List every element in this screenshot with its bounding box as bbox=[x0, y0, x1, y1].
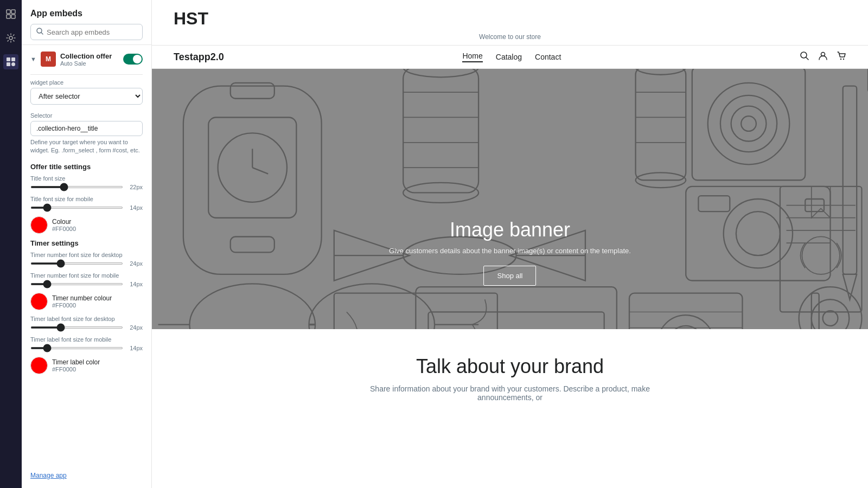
collapse-icon[interactable]: ▼ bbox=[30, 56, 36, 62]
title-mobile-value: 14px bbox=[127, 204, 143, 211]
timer-label-mobile-slider[interactable] bbox=[30, 347, 123, 349]
gear-nav-icon[interactable] bbox=[3, 30, 18, 46]
sidebar: App embeds ▼ M Collection offer Auto Sal… bbox=[22, 0, 152, 488]
timer-label-mobile-value: 14px bbox=[127, 345, 143, 351]
timer-mobile-slider[interactable] bbox=[30, 283, 123, 285]
svg-line-10 bbox=[41, 33, 43, 34]
title-font-size-slider[interactable] bbox=[30, 186, 123, 188]
left-nav bbox=[0, 0, 22, 488]
store-top-bar: Welcome to our store bbox=[152, 29, 868, 46]
sidebar-title: App embeds bbox=[30, 9, 143, 18]
colour-swatch[interactable] bbox=[30, 216, 48, 234]
search-box bbox=[30, 24, 143, 40]
main-preview: HST Welcome to our store Testapp2.0 Home… bbox=[152, 0, 868, 488]
svg-rect-7 bbox=[7, 62, 10, 66]
title-mobile-row: 14px bbox=[30, 204, 143, 211]
timer-mobile-value: 14px bbox=[127, 281, 143, 287]
embed-item-left: ▼ M Collection offer Auto Sale bbox=[30, 52, 112, 67]
sidebar-header: App embeds bbox=[22, 0, 151, 45]
timer-desktop-label: Timer number font size for desktop bbox=[30, 252, 143, 258]
shop-all-button[interactable]: Shop all bbox=[484, 266, 537, 286]
timer-label-desktop-value: 24px bbox=[127, 324, 143, 331]
hero-subtitle: Give customers details about the banner … bbox=[389, 247, 631, 255]
hero-banner: Image banner Give customers details abou… bbox=[152, 69, 868, 329]
search-icon bbox=[36, 28, 43, 36]
search-input[interactable] bbox=[47, 28, 137, 36]
timer-colour-swatch[interactable] bbox=[30, 293, 48, 310]
title-font-size-row: 22px bbox=[30, 184, 143, 190]
svg-rect-3 bbox=[11, 15, 15, 18]
timer-label-colour-swatch[interactable] bbox=[30, 357, 48, 374]
timer-label-colour-hex: #FF0000 bbox=[52, 366, 100, 373]
colour-info: Colour #FF0000 bbox=[52, 218, 76, 232]
selector-helper: Define your target where you want to wid… bbox=[30, 138, 143, 155]
store-nav: Testapp2.0 Home Catalog Contact bbox=[152, 46, 868, 69]
widget-place-label: widget place bbox=[30, 79, 143, 86]
svg-rect-5 bbox=[7, 57, 10, 61]
hero-illustration bbox=[152, 69, 868, 329]
embed-app-icon: M bbox=[41, 52, 56, 67]
store-account-icon[interactable] bbox=[818, 51, 828, 63]
store-nav-icons bbox=[800, 51, 846, 63]
store-nav-links: Home Catalog Contact bbox=[462, 52, 561, 62]
nav-contact[interactable]: Contact bbox=[535, 53, 561, 61]
embed-item: ▼ M Collection offer Auto Sale bbox=[30, 52, 143, 67]
title-mobile-label: Title font size for mobile bbox=[30, 196, 143, 202]
timer-label-colour-row: Timer label color #FF0000 bbox=[30, 357, 143, 374]
embed-subtitle: Auto Sale bbox=[60, 60, 112, 67]
svg-point-4 bbox=[9, 36, 12, 40]
timer-label-mobile-label: Timer label font size for mobile bbox=[30, 336, 143, 343]
grid-nav-icon[interactable] bbox=[3, 7, 18, 22]
apps-nav-icon[interactable] bbox=[3, 54, 18, 69]
svg-line-12 bbox=[806, 57, 808, 60]
timer-label-mobile-row: 14px bbox=[30, 345, 143, 351]
svg-point-14 bbox=[840, 59, 841, 60]
timer-label-colour-info: Timer label color #FF0000 bbox=[52, 358, 100, 373]
svg-point-15 bbox=[843, 59, 844, 60]
svg-point-11 bbox=[801, 52, 807, 58]
timer-mobile-row: 14px bbox=[30, 281, 143, 287]
title-mobile-slider[interactable] bbox=[30, 207, 123, 209]
svg-point-8 bbox=[11, 62, 15, 66]
selector-field: Selector Define your target where you wa… bbox=[30, 112, 143, 155]
hero-content: Image banner Give customers details abou… bbox=[389, 219, 631, 286]
welcome-text: Welcome to our store bbox=[479, 33, 541, 41]
store-cart-icon[interactable] bbox=[837, 51, 846, 63]
timer-label-desktop-row: 24px bbox=[30, 324, 143, 331]
svg-rect-1 bbox=[11, 10, 15, 14]
svg-rect-6 bbox=[11, 57, 15, 61]
brand-section: Talk about your brand Share information … bbox=[152, 329, 868, 419]
timer-label-desktop-label: Timer label font size for desktop bbox=[30, 316, 143, 322]
nav-home[interactable]: Home bbox=[462, 52, 482, 62]
offer-title-heading: Offer title settings bbox=[30, 163, 143, 171]
timer-colour-row: Timer number colour #FF0000 bbox=[30, 293, 143, 310]
hst-title: HST bbox=[152, 0, 868, 29]
widget-place-select[interactable]: After selector Before selector Inside se… bbox=[30, 88, 143, 105]
selector-input[interactable] bbox=[30, 121, 143, 136]
embed-info: Collection offer Auto Sale bbox=[60, 52, 112, 67]
hero-title: Image banner bbox=[389, 219, 631, 241]
sidebar-content: ▼ M Collection offer Auto Sale widget pl… bbox=[22, 45, 151, 472]
timer-desktop-slider[interactable] bbox=[30, 262, 123, 265]
timer-label-desktop-slider[interactable] bbox=[30, 326, 123, 329]
selector-label: Selector bbox=[30, 112, 143, 119]
widget-place-field: widget place After selector Before selec… bbox=[30, 79, 143, 105]
embed-name: Collection offer bbox=[60, 52, 112, 60]
manage-app-link[interactable]: Manage app bbox=[22, 472, 151, 488]
timer-desktop-value: 24px bbox=[127, 260, 143, 267]
divider bbox=[30, 74, 143, 75]
timer-label-colour-label: Timer label color bbox=[52, 358, 100, 366]
store-search-icon[interactable] bbox=[800, 51, 809, 63]
timer-colour-label: Timer number colour bbox=[52, 294, 112, 302]
svg-rect-0 bbox=[7, 10, 10, 14]
embed-item-header: ▼ M Collection offer Auto Sale bbox=[30, 52, 143, 67]
nav-catalog[interactable]: Catalog bbox=[496, 53, 522, 61]
embed-toggle[interactable] bbox=[123, 54, 143, 65]
brand-subtitle: Share information about your brand with … bbox=[347, 384, 673, 402]
timer-mobile-label: Timer number font size for mobile bbox=[30, 272, 143, 279]
brand-title: Talk about your brand bbox=[174, 355, 846, 378]
timer-heading: Timer settings bbox=[30, 239, 143, 247]
colour-row: Colour #FF0000 bbox=[30, 216, 143, 234]
colour-label: Colour bbox=[52, 218, 76, 226]
timer-desktop-row: 24px bbox=[30, 260, 143, 267]
